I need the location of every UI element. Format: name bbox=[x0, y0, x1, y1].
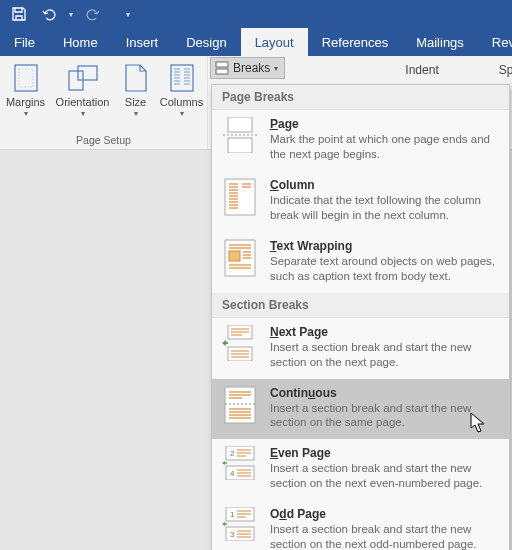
text-wrapping-icon bbox=[222, 239, 258, 275]
break-next-page[interactable]: Next Page Insert a section break and sta… bbox=[212, 318, 509, 379]
svg-rect-34 bbox=[229, 251, 240, 261]
break-column-desc: Indicate that the text following the col… bbox=[270, 193, 499, 223]
size-button[interactable]: Size ▾ bbox=[116, 60, 156, 118]
next-page-icon bbox=[222, 325, 258, 361]
break-text-wrapping-desc: Separate text around objects on web page… bbox=[270, 254, 499, 284]
break-even-page[interactable]: 24 Even Page Insert a section break and … bbox=[212, 439, 509, 500]
tab-references[interactable]: References bbox=[308, 28, 402, 56]
svg-text:1: 1 bbox=[230, 510, 235, 519]
svg-text:2: 2 bbox=[230, 449, 235, 458]
odd-page-icon: 13 bbox=[222, 507, 258, 543]
tab-home[interactable]: Home bbox=[49, 28, 112, 56]
column-break-icon bbox=[222, 178, 258, 214]
tab-file[interactable]: File bbox=[0, 28, 49, 56]
spacing-label: Spacing bbox=[499, 60, 512, 77]
break-odd-page-desc: Insert a section break and start the new… bbox=[270, 522, 499, 550]
tab-mailings[interactable]: Mailings bbox=[402, 28, 478, 56]
even-page-icon: 24 bbox=[222, 446, 258, 482]
svg-rect-17 bbox=[216, 62, 228, 67]
svg-text:4: 4 bbox=[230, 469, 235, 478]
svg-rect-18 bbox=[216, 69, 228, 74]
break-next-page-desc: Insert a section break and start the new… bbox=[270, 340, 499, 370]
breaks-button[interactable]: Breaks ▾ bbox=[210, 57, 285, 79]
indent-label: Indent bbox=[405, 60, 438, 77]
margins-button[interactable]: Margins ▾ bbox=[2, 60, 50, 118]
tab-layout[interactable]: Layout bbox=[241, 28, 308, 56]
undo-dropdown-button[interactable]: ▾ bbox=[64, 0, 78, 28]
undo-button[interactable] bbox=[34, 0, 64, 28]
break-continuous[interactable]: Continuous Insert a section break and st… bbox=[212, 379, 509, 440]
svg-rect-20 bbox=[228, 138, 252, 153]
svg-text:3: 3 bbox=[230, 530, 235, 539]
continuous-icon bbox=[222, 386, 258, 422]
page-setup-group: Margins ▾ Orientation ▾ Size ▾ Columns ▾… bbox=[0, 56, 208, 149]
break-odd-page-title: Odd Page bbox=[270, 507, 499, 521]
chevron-down-icon: ▾ bbox=[274, 64, 278, 73]
break-continuous-desc: Insert a section break and start the new… bbox=[270, 401, 499, 431]
break-text-wrapping-title: Text Wrapping bbox=[270, 239, 499, 253]
tab-insert[interactable]: Insert bbox=[112, 28, 173, 56]
breaks-label: Breaks bbox=[233, 61, 270, 75]
breaks-dropdown: Page Breaks Page Mark the point at which… bbox=[211, 84, 510, 550]
tab-design[interactable]: Design bbox=[172, 28, 240, 56]
break-column-title: Column bbox=[270, 178, 499, 192]
break-odd-page[interactable]: 13 Odd Page Insert a section break and s… bbox=[212, 500, 509, 550]
break-page-title: Page bbox=[270, 117, 499, 131]
svg-rect-19 bbox=[228, 117, 252, 132]
orientation-button[interactable]: Orientation ▾ bbox=[52, 60, 114, 118]
columns-button[interactable]: Columns ▾ bbox=[158, 60, 206, 118]
break-even-page-title: Even Page bbox=[270, 446, 499, 460]
break-even-page-desc: Insert a section break and start the new… bbox=[270, 461, 499, 491]
page-breaks-header: Page Breaks bbox=[212, 85, 509, 110]
section-breaks-header: Section Breaks bbox=[212, 293, 509, 318]
break-page-desc: Mark the point at which one page ends an… bbox=[270, 132, 499, 162]
redo-button bbox=[78, 0, 108, 28]
tab-review[interactable]: Revie bbox=[478, 28, 512, 56]
break-text-wrapping[interactable]: Text Wrapping Separate text around objec… bbox=[212, 232, 509, 293]
break-continuous-title: Continuous bbox=[270, 386, 499, 400]
save-button[interactable] bbox=[4, 0, 34, 28]
quick-access-toolbar: ▾ ▾ bbox=[0, 0, 512, 28]
svg-rect-1 bbox=[19, 69, 33, 87]
svg-rect-3 bbox=[78, 66, 97, 80]
ribbon-tabs: File Home Insert Design Layout Reference… bbox=[0, 28, 512, 56]
page-setup-label: Page Setup bbox=[6, 134, 201, 146]
customize-qat-button[interactable]: ▾ bbox=[108, 0, 148, 28]
break-next-page-title: Next Page bbox=[270, 325, 499, 339]
break-column[interactable]: Column Indicate that the text following … bbox=[212, 171, 509, 232]
page-break-icon bbox=[222, 117, 258, 153]
break-page[interactable]: Page Mark the point at which one page en… bbox=[212, 110, 509, 171]
